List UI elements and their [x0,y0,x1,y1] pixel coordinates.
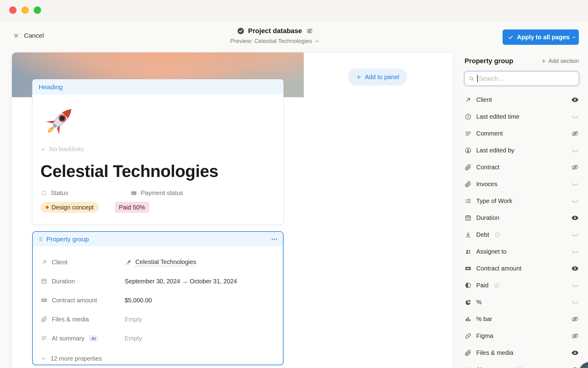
credit-card-icon [130,190,137,197]
clock-icon [465,113,472,120]
eye-open-icon[interactable] [571,366,579,368]
apply-to-all-pages-button[interactable]: Apply to all pages [503,29,579,45]
eye-slash-icon[interactable] [571,163,579,171]
property-list: ClientLast edited timeCommentLast edited… [465,91,579,368]
preview-selector[interactable]: Preview: Celestial Technologies [230,38,320,44]
corner-overlay-circle[interactable] [579,362,588,368]
property-value[interactable]: September 30, 2024 → October 31, 2024 [125,278,237,285]
more-properties-toggle[interactable]: 12 more properties [41,355,283,362]
eye-closed-icon[interactable] [571,147,579,154]
eye-closed-icon[interactable] [571,180,579,188]
backlinks-indicator[interactable]: No backlinks [40,146,275,153]
cancel-label: Cancel [24,32,44,39]
sidebar-property-contract[interactable]: Contract [465,159,579,176]
property-row-contract-amount[interactable]: Contract amount$5,000.00 [41,291,275,310]
sidebar-property-paid[interactable]: Paid [465,277,579,294]
half-circle-icon [465,282,472,289]
add-section-label: Add section [548,58,579,64]
calendar-icon [41,278,47,285]
backlinks-label: No backlinks [49,146,84,153]
info-icon [494,232,500,238]
sidebar-property--[interactable]: % [465,294,579,311]
sidebar-property-client[interactable]: Client [465,91,579,108]
layout-settings-icon[interactable] [306,27,313,35]
zoom-window-button[interactable] [34,6,41,14]
sidebar-property-invoces[interactable]: Invoces [465,176,579,193]
apply-options-dropdown[interactable] [570,35,579,40]
property-label: Contract amount [41,297,125,304]
property-row-ai-summary[interactable]: AI summaryAIEmpty [41,329,275,348]
sidebar-property-debt[interactable]: Debt [465,226,579,243]
cancel-button[interactable]: Cancel [13,32,44,39]
sidebar-property-type-of-work[interactable]: Type of Work [465,193,579,209]
preview-canvas: Add to panel Heading No backlinks Celest… [12,52,453,368]
paperclip-icon [465,349,472,356]
eye-closed-icon[interactable] [571,197,579,205]
window-titlebar [0,0,588,21]
eye-closed-icon[interactable] [571,298,579,306]
search-input[interactable] [479,75,575,82]
drag-handle-icon[interactable] [38,236,44,242]
sidebar-property-comment[interactable]: Comment [465,125,579,142]
chevron-down-icon [41,356,47,362]
property-group-section[interactable]: Property group ClientCelestial Technolog… [32,231,284,365]
add-to-panel-button[interactable]: Add to panel [348,68,407,86]
sidebar-property--bar[interactable]: % bar [465,311,579,328]
sidebar-property-contract-amount[interactable]: Contract amount [465,260,579,277]
close-window-button[interactable] [9,6,17,14]
eye-closed-icon[interactable] [571,113,579,121]
minimize-window-button[interactable] [21,6,29,14]
banknote-icon [465,265,472,272]
banknote-icon [41,297,47,304]
people-icon [465,248,472,255]
add-section-button[interactable]: Add section [541,58,579,64]
sidebar-property-ai-summary[interactable]: AI summaryAI [465,361,579,368]
paperclip-icon [465,164,472,171]
add-to-panel-label: Add to panel [365,74,399,81]
eye-open-icon[interactable] [571,265,579,272]
sidebar-property-last-edited-by[interactable]: Last edited by [465,142,579,159]
more-options-icon[interactable] [271,236,278,243]
sidebar-property-last-edited-time[interactable]: Last edited time [465,108,579,125]
sidebar-property-duration[interactable]: Duration [465,209,579,226]
more-properties-label: 12 more properties [51,355,102,362]
property-row-duration[interactable]: DurationSeptember 30, 2024 → October 31,… [41,272,275,291]
status-value-pill[interactable]: Design concept [40,202,99,213]
eye-closed-icon[interactable] [571,248,579,255]
property-value[interactable]: Celestial Technologies [125,259,196,266]
meta-labels-row: Status Payment status [40,190,275,197]
person-circle-icon [465,147,472,154]
eye-open-icon[interactable] [571,349,579,357]
payment-status-value-pill[interactable]: Paid 50% [115,202,149,213]
property-value[interactable]: Empty [125,335,142,342]
apply-label: Apply to all pages [517,34,569,41]
page-title-header: Project database [248,27,302,35]
sidebar-property-assignet-to[interactable]: Assignet to [465,243,579,260]
status-dot [46,206,49,209]
check-icon [508,34,514,40]
eye-closed-icon[interactable] [571,231,579,239]
sidebar-property-figma[interactable]: Figma [465,328,579,344]
sidebar-property-files-media[interactable]: Files & media [465,344,579,361]
link-icon [465,332,472,339]
sidebar-title: Property group [465,57,513,65]
plus-icon [356,74,362,80]
eye-slash-icon[interactable] [571,315,579,323]
property-row-files-media[interactable]: Files & mediaEmpty [41,310,275,329]
eye-slash-icon[interactable] [571,130,579,137]
eye-slash-icon[interactable] [571,332,579,340]
eye-open-icon[interactable] [571,214,579,222]
pills-row: Design concept Paid 50% [40,202,275,213]
property-search-box[interactable] [465,71,579,86]
eye-closed-icon[interactable] [571,282,579,289]
rocket-page-icon[interactable] [40,101,80,140]
property-row-client[interactable]: ClientCelestial Technologies [41,253,275,272]
close-icon [13,33,19,39]
eye-open-icon[interactable] [571,96,579,104]
heading-section[interactable]: Heading No backlinks Celestial Technolog… [32,79,284,225]
property-rows: ClientCelestial TechnologiesDurationSept… [33,247,283,348]
property-value[interactable]: Empty [125,316,142,323]
property-value[interactable]: $5,000.00 [125,297,152,304]
chevron-down-icon [315,39,320,44]
calendar-icon [465,214,472,221]
